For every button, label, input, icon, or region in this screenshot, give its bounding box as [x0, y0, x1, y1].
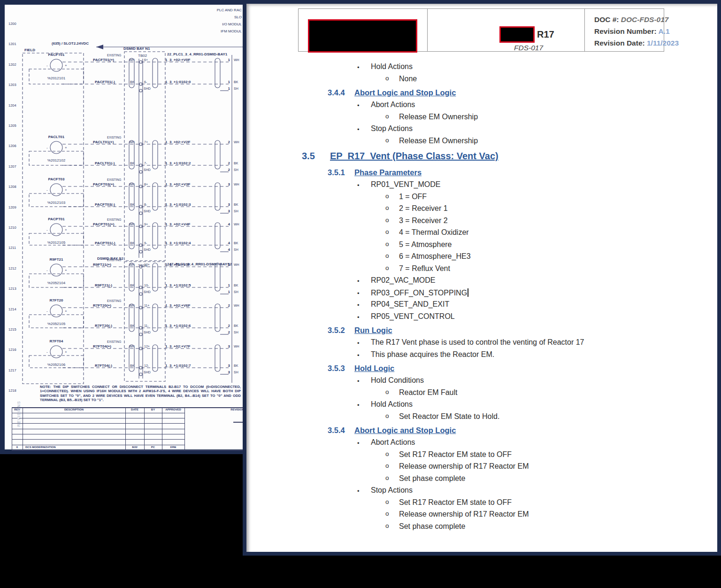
twisted-pair-icon [129, 304, 134, 332]
pair-number: 3 [228, 364, 230, 368]
line-text: RP02_VAC_MODE [371, 276, 436, 284]
pair-number: 4 [228, 222, 230, 226]
bullet-icon: o [385, 412, 389, 419]
terminal-point [139, 250, 142, 253]
cable-label: 22_PLC1_3_4_RR01-DSMID-BAY1 [167, 52, 228, 56]
wire-minus-id: 1_3_+1:0102:6 [165, 324, 191, 328]
existing-label: EXISTING [107, 258, 121, 262]
pair-color: BK [234, 364, 238, 367]
signal-plus-label: PACLT01(+) [93, 140, 114, 144]
section-number: 3.4.4 [328, 88, 345, 97]
bullet-icon: o [385, 240, 389, 248]
pair-color: BK [234, 162, 238, 165]
pair-number: 3 [228, 344, 230, 348]
rev-cell: PC [144, 446, 162, 449]
signal-minus-label: PACFT03(-) [95, 202, 115, 207]
schematic-text: + [65, 350, 67, 354]
terminal-number: 10- [144, 284, 149, 287]
pair-color: WH [234, 263, 239, 266]
wire-color: BK [130, 80, 135, 84]
signal-minus-label: PACLT01(-) [95, 161, 115, 165]
grid-line-number: 1217 [8, 368, 16, 372]
existing-label: EXISTING [107, 299, 121, 302]
doc-bullet-line: oSet R17 Reactor EM state to OFF [246, 498, 717, 511]
doc-subtitle: FDS-017 [500, 44, 557, 52]
line-text: Set Reactor EM State to Hold. [399, 412, 499, 420]
section-number: 3.5 [302, 151, 315, 162]
existing-label: EXISTING [107, 218, 121, 221]
pair-color: WH [234, 223, 239, 226]
pair-color: SH [234, 290, 238, 294]
terminal-number: 8+ [144, 183, 148, 186]
wire-minus-id: 1_3_+1:0102:7 [165, 364, 191, 368]
doc-heading-line: 3.5EP R17 Vent (Phase Class: Vent Vac) [246, 151, 717, 166]
table-line [12, 429, 184, 429]
grid-line-number: 1204 [8, 103, 16, 108]
signal-minus-label: R7FT04(-) [95, 364, 112, 368]
sheet-corner-text: I/O MODUL [222, 22, 242, 26]
wire-color: BK [130, 241, 135, 245]
rev-date-value: 1/11/2023 [647, 39, 679, 47]
line-text: Abort Logic and Stop Logic [354, 88, 456, 97]
pair-color: BK [234, 80, 238, 84]
doc-bullet-line: oSet Reactor EM State to Hold. [246, 412, 717, 425]
grid-line-number: 1205 [8, 124, 16, 128]
rev-col-header: APPROVED [162, 408, 184, 411]
bullet-icon: o [385, 217, 389, 224]
bullet-icon: o [385, 113, 389, 120]
pair-number: 1 [228, 86, 230, 91]
section-number: 3.5.3 [328, 364, 345, 373]
line-text: Release EM Ownership [399, 113, 478, 121]
schematic-text: - [46, 268, 48, 272]
twisted-pair-icon [215, 58, 220, 88]
line-text: Stop Actions [371, 486, 413, 494]
instrument-tag: PACLT01 [48, 135, 65, 139]
instrument-tag: R9FT21 [50, 257, 63, 262]
bullet-icon: • [357, 278, 360, 285]
document-body[interactable]: •Hold ActionsoNone3.4.4Abort Logic and S… [246, 62, 717, 534]
table-line [12, 423, 184, 424]
header-logo-cell [299, 9, 428, 51]
shield-label: SHD [144, 371, 151, 374]
grid-line-number: 1214 [8, 307, 16, 311]
schematic-text: - [46, 309, 48, 313]
terminal-number: 9+ [144, 223, 148, 226]
bullet-icon: o [385, 388, 389, 395]
terminal-number: 7- [144, 162, 147, 165]
instrument-bubble [50, 184, 62, 196]
instrument-address: %2012103 [47, 201, 66, 205]
line-text: 6 = Atmosphere_HE3 [399, 252, 471, 260]
bullet-icon: o [385, 75, 389, 82]
doc-bullet-line: •The R17 Vent phase is used to control t… [246, 338, 717, 350]
terminal-number: 9- [144, 241, 147, 245]
terminal-number: 11+ [144, 304, 149, 307]
grid-line-number: 1211 [8, 246, 16, 250]
pair-number: 3 [228, 202, 230, 207]
twisted-pair-icon [215, 183, 220, 210]
line-text: 7 = Reflux Vent [399, 264, 450, 272]
bullet-icon: o [385, 474, 389, 481]
grid-line-number: 1200 [8, 22, 16, 26]
doc-bullet-line: •RP05_VENT_CONTROL [246, 312, 717, 325]
field-label: FIELD [24, 48, 35, 52]
twisted-pair-icon [153, 140, 158, 169]
shield-label: SHD [144, 290, 151, 294]
header-title-cell: R17 FDS-017 [428, 9, 585, 51]
schematic-note: NOTE: THE DIP SWITCHES CONNECT OR DISCON… [40, 385, 241, 402]
bullet-icon: • [357, 102, 360, 109]
wire-plus-id: 1_3_+02:+V5F [165, 263, 190, 267]
existing-label: EXISTING [107, 54, 121, 57]
document-viewer-window[interactable]: R17 FDS-017 DOC #: DOC-FDS-017 Revision … [243, 0, 721, 556]
redacted-title-prefix [499, 26, 535, 43]
line-text: Stop Actions [371, 124, 413, 132]
doc-bullet-line: o2 = Receiver 1 [246, 204, 717, 217]
doc-bullet-line: oSet phase complete [246, 474, 717, 487]
shield-label: SHD [144, 87, 151, 90]
line-text: The R17 Vent phase is used to control th… [371, 338, 584, 346]
doc-num-value: DOC-FDS-017 [621, 15, 669, 23]
pair-number: 1 [228, 263, 230, 267]
pair-number: 2 [228, 168, 230, 172]
doc-bullet-line: o4 = Thermal Oxidizer [246, 228, 717, 240]
rev-cell: ERB [162, 446, 184, 449]
line-text: Set phase complete [399, 522, 465, 530]
